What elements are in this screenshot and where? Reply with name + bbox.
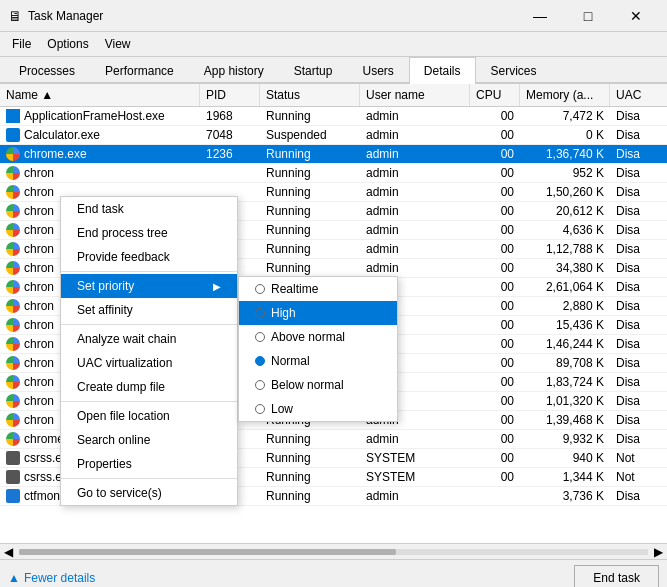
cell-memory: 952 K [520,164,610,182]
menu-view[interactable]: View [97,34,139,54]
tab-performance[interactable]: Performance [90,57,189,84]
ctx-go-to-service[interactable]: Go to service(s) [61,481,237,505]
ctx-provide-feedback[interactable]: Provide feedback [61,245,237,269]
col-cpu[interactable]: CPU [470,84,520,106]
close-button[interactable]: ✕ [613,0,659,32]
cell-memory: 1,46,244 K [520,335,610,353]
cell-uac: Disa [610,183,667,201]
cell-name: chrome.exe [0,145,200,163]
table-row[interactable]: chron Running admin 00 952 K Disa [0,164,667,183]
pri-realtime-label: Realtime [271,282,318,296]
cell-uac: Not [610,468,667,486]
cell-status: Running [260,430,360,448]
col-uac[interactable]: UAC [610,84,667,106]
context-menu: End task End process tree Provide feedba… [60,196,238,506]
pri-high-label: High [271,306,296,320]
pri-high[interactable]: High [239,301,397,325]
scrollbar-horizontal[interactable]: ◀ ▶ [0,543,667,559]
pri-below-normal[interactable]: Below normal [239,373,397,397]
ctx-end-task[interactable]: End task [61,197,237,221]
pri-above-normal[interactable]: Above normal [239,325,397,349]
cell-uac: Disa [610,126,667,144]
cell-cpu: 00 [470,107,520,125]
radio-realtime [255,284,265,294]
cell-cpu: 00 [470,164,520,182]
ctx-separator-3 [61,401,237,402]
cell-uac: Disa [610,430,667,448]
cell-cpu: 00 [470,392,520,410]
cell-status: Suspended [260,126,360,144]
cell-memory: 3,736 K [520,487,610,505]
cell-user: SYSTEM [360,468,470,486]
table-row-chrome-selected[interactable]: chrome.exe 1236 Running admin 00 1,36,74… [0,145,667,164]
cell-pid: 1236 [200,145,260,163]
cell-cpu: 00 [470,335,520,353]
radio-below-normal [255,380,265,390]
ctx-set-priority-label: Set priority [77,279,134,293]
ctx-open-file-location[interactable]: Open file location [61,404,237,428]
ctx-end-process-tree[interactable]: End process tree [61,221,237,245]
pri-low-label: Low [271,402,293,416]
cell-user: SYSTEM [360,449,470,467]
ctx-separator-2 [61,324,237,325]
ctx-uac-virtualization[interactable]: UAC virtualization [61,351,237,375]
cell-uac: Disa [610,164,667,182]
cell-uac: Disa [610,487,667,505]
cell-status: Running [260,221,360,239]
title-bar: 🖥 Task Manager — □ ✕ [0,0,667,32]
tab-users[interactable]: Users [347,57,408,84]
cell-status: Running [260,145,360,163]
pri-above-normal-label: Above normal [271,330,345,344]
tab-processes[interactable]: Processes [4,57,90,84]
scroll-right-arrow[interactable]: ▶ [650,545,667,559]
menu-file[interactable]: File [4,34,39,54]
col-name[interactable]: Name ▲ [0,84,200,106]
cell-memory: 2,61,064 K [520,278,610,296]
cell-user: admin [360,145,470,163]
col-username[interactable]: User name [360,84,470,106]
cell-user: admin [360,259,470,277]
bottom-bar: ▲ Fewer details End task [0,559,667,587]
ctx-set-priority[interactable]: Set priority ▶ [61,274,237,298]
pri-low[interactable]: Low [239,397,397,421]
table-row[interactable]: Calculator.exe 7048 Suspended admin 00 0… [0,126,667,145]
cell-cpu: 00 [470,297,520,315]
minimize-button[interactable]: — [517,0,563,32]
pri-realtime[interactable]: Realtime [239,277,397,301]
table-row[interactable]: ApplicationFrameHost.exe 1968 Running ad… [0,107,667,126]
scroll-left-arrow[interactable]: ◀ [0,545,17,559]
radio-normal [255,356,265,366]
cell-uac: Disa [610,240,667,258]
cell-status: Running [260,202,360,220]
cell-cpu: 00 [470,354,520,372]
fewer-details-button[interactable]: ▲ Fewer details [8,571,95,585]
ctx-set-affinity[interactable]: Set affinity [61,298,237,322]
cell-name: chron [0,164,200,182]
maximize-button[interactable]: □ [565,0,611,32]
ctx-search-online[interactable]: Search online [61,428,237,452]
col-status[interactable]: Status [260,84,360,106]
pri-below-normal-label: Below normal [271,378,344,392]
ctx-analyze-wait-chain[interactable]: Analyze wait chain [61,327,237,351]
menu-options[interactable]: Options [39,34,96,54]
ctx-separator-1 [61,271,237,272]
cell-pid: 1968 [200,107,260,125]
col-pid[interactable]: PID [200,84,260,106]
ctx-properties[interactable]: Properties [61,452,237,476]
cell-cpu: 00 [470,126,520,144]
end-task-button[interactable]: End task [574,565,659,588]
cell-cpu: 00 [470,202,520,220]
cell-uac: Disa [610,297,667,315]
tab-app-history[interactable]: App history [189,57,279,84]
pri-normal[interactable]: Normal [239,349,397,373]
col-memory[interactable]: Memory (a... [520,84,610,106]
tab-startup[interactable]: Startup [279,57,348,84]
cell-memory: 89,708 K [520,354,610,372]
title-bar-controls: — □ ✕ [517,0,659,32]
ctx-create-dump-file[interactable]: Create dump file [61,375,237,399]
tab-services[interactable]: Services [476,57,552,84]
cell-status: Running [260,259,360,277]
cell-cpu: 00 [470,278,520,296]
cell-uac: Disa [610,145,667,163]
tab-details[interactable]: Details [409,57,476,84]
